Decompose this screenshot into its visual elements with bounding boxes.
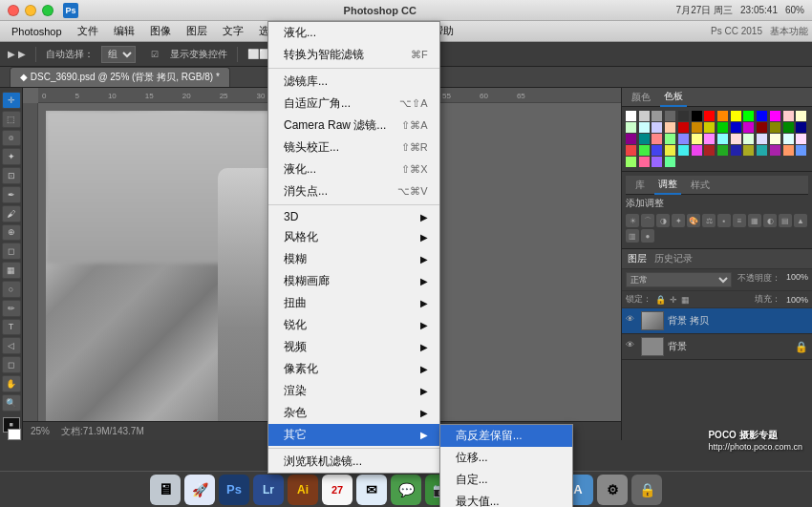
color-swatch[interactable] — [665, 157, 675, 167]
background-color[interactable] — [8, 429, 21, 440]
channel-mixer-adj[interactable]: ≡ — [733, 214, 746, 227]
dock-finder[interactable]: 🖥 — [150, 475, 181, 505]
color-swatch[interactable] — [639, 122, 650, 133]
color-swatch[interactable] — [692, 111, 702, 121]
lock-position-icon[interactable]: ✛ — [670, 295, 677, 305]
color-swatch[interactable] — [678, 145, 689, 156]
color-swatch[interactable] — [717, 145, 728, 156]
color-swatch[interactable] — [731, 122, 741, 133]
tab-swatches[interactable]: 色板 — [660, 88, 687, 107]
stamp-tool[interactable]: ⊕ — [2, 224, 21, 242]
color-swatch[interactable] — [770, 111, 780, 121]
menu-image[interactable]: 图像 — [142, 22, 179, 40]
color-swatch[interactable] — [626, 122, 636, 133]
dock-launchpad[interactable]: 🚀 — [184, 475, 215, 505]
color-swatch[interactable] — [783, 111, 794, 121]
path-tool[interactable]: ◁ — [2, 337, 21, 354]
color-swatch[interactable] — [717, 134, 728, 144]
exposure-adj[interactable]: ◑ — [656, 214, 670, 227]
tab-adjustments[interactable]: 调整 — [654, 176, 681, 195]
filter-video[interactable]: 视频 ▶ — [268, 336, 439, 358]
dock-messages[interactable]: 💬 — [391, 475, 421, 505]
transform-checkbox[interactable]: ☑ — [147, 48, 162, 61]
pen-tool[interactable]: ✏ — [2, 300, 21, 317]
color-swatch[interactable] — [626, 134, 636, 144]
wand-tool[interactable]: ✦ — [2, 148, 21, 165]
color-swatch[interactable] — [665, 145, 675, 156]
color-swatch[interactable] — [731, 134, 741, 144]
submenu-custom[interactable]: 自定... — [440, 469, 572, 491]
filter-gallery[interactable]: 滤镜库... — [268, 71, 439, 93]
color-swatch[interactable] — [692, 122, 702, 133]
gradient-tool[interactable]: ▦ — [2, 262, 21, 279]
color-swatch[interactable] — [743, 122, 754, 133]
bw-adj[interactable]: ▪ — [717, 214, 731, 227]
dodge-tool[interactable]: ○ — [2, 281, 21, 298]
threshold-adj[interactable]: ▲ — [794, 214, 807, 227]
crop-tool[interactable]: ⊡ — [2, 167, 21, 184]
lock-all-icon[interactable]: ▦ — [681, 295, 690, 305]
filter-stylize[interactable]: 风格化 ▶ — [268, 226, 439, 248]
color-swatch[interactable] — [704, 145, 715, 156]
document-tab[interactable]: ◆ DSC_3690.psd @ 25% (背景 拷贝, RGB/8) * — [10, 67, 230, 87]
filter-adaptive[interactable]: 自适应广角... ⌥⇧A — [268, 93, 439, 115]
layer-row-copy[interactable]: 👁 背景 拷贝 — [622, 308, 812, 334]
menu-file[interactable]: 文件 — [70, 22, 106, 40]
dock-sysprefs[interactable]: ⚙ — [597, 475, 628, 505]
color-swatch[interactable] — [639, 134, 650, 144]
close-button[interactable] — [8, 5, 19, 16]
filter-blur[interactable]: 模糊 ▶ — [268, 248, 439, 270]
filter-pixelate[interactable]: 像素化 ▶ — [268, 358, 439, 380]
window-controls[interactable] — [8, 5, 53, 16]
color-swatch[interactable] — [704, 122, 715, 133]
marquee-tool[interactable]: ⬚ — [2, 111, 21, 128]
color-swatch[interactable] — [626, 145, 636, 156]
brush-tool[interactable]: 🖌 — [2, 205, 21, 222]
color-swatch[interactable] — [796, 145, 806, 156]
color-swatch[interactable] — [743, 111, 754, 121]
color-swatch[interactable] — [692, 134, 702, 144]
color-swatch[interactable] — [717, 111, 728, 121]
color-swatch[interactable] — [639, 157, 650, 167]
color-swatch[interactable] — [757, 134, 767, 144]
dock-photoshop[interactable]: Ps — [219, 475, 249, 505]
posterize-adj[interactable]: ▤ — [779, 214, 792, 227]
tab-history[interactable]: 历史记录 — [654, 252, 693, 265]
maximize-button[interactable] — [42, 5, 53, 16]
dock-illustrator[interactable]: Ai — [288, 475, 318, 505]
color-swatch[interactable] — [704, 111, 715, 121]
color-swatch[interactable] — [757, 122, 767, 133]
color-swatch[interactable] — [743, 134, 754, 144]
color-swatch[interactable] — [652, 157, 662, 167]
color-swatch[interactable] — [783, 122, 794, 133]
color-swatch[interactable] — [783, 134, 794, 144]
eyedropper-tool[interactable]: ✒ — [2, 186, 21, 203]
gradient-map-adj[interactable]: ▥ — [626, 229, 639, 243]
move-tool[interactable]: ✛ — [2, 92, 21, 109]
color-swatch[interactable] — [731, 145, 741, 156]
color-swatch[interactable] — [626, 157, 636, 167]
color-swatch[interactable] — [652, 134, 662, 144]
filter-camera-raw[interactable]: Camera Raw 滤镜... ⇧⌘A — [268, 115, 439, 137]
dock-lightroom[interactable]: Lr — [253, 475, 284, 505]
filter-browse[interactable]: 浏览联机滤镜... — [268, 451, 439, 473]
text-tool[interactable]: T — [2, 319, 21, 336]
layer-eye-icon[interactable]: 👁 — [626, 314, 639, 327]
tool-arrow[interactable]: ▶ ▶ — [4, 47, 30, 61]
menu-type[interactable]: 文字 — [215, 22, 251, 40]
filter-dropdown-menu[interactable]: 液化... 转换为智能滤镜 ⌘F 滤镜库... 自适应广角... ⌥⇧A Cam… — [267, 21, 440, 474]
filter-sharpen[interactable]: 锐化 ▶ — [268, 314, 439, 336]
hue-adj[interactable]: 🎨 — [687, 214, 700, 227]
submenu-offset[interactable]: 位移... — [440, 447, 572, 469]
menu-layer[interactable]: 图层 — [179, 22, 215, 40]
filter-lens[interactable]: 镜头校正... ⇧⌘R — [268, 137, 439, 158]
filter-liquify[interactable]: 液化... — [268, 22, 439, 44]
color-swatch[interactable] — [796, 134, 806, 144]
submenu-highpass[interactable]: 高反差保留... — [440, 425, 572, 447]
color-swatch[interactable] — [770, 145, 780, 156]
color-swatch[interactable] — [757, 111, 767, 121]
color-swatch[interactable] — [743, 145, 754, 156]
color-swatch[interactable] — [626, 111, 636, 121]
filter-noise[interactable]: 杂色 ▶ — [268, 402, 439, 424]
color-swatch[interactable] — [652, 145, 662, 156]
